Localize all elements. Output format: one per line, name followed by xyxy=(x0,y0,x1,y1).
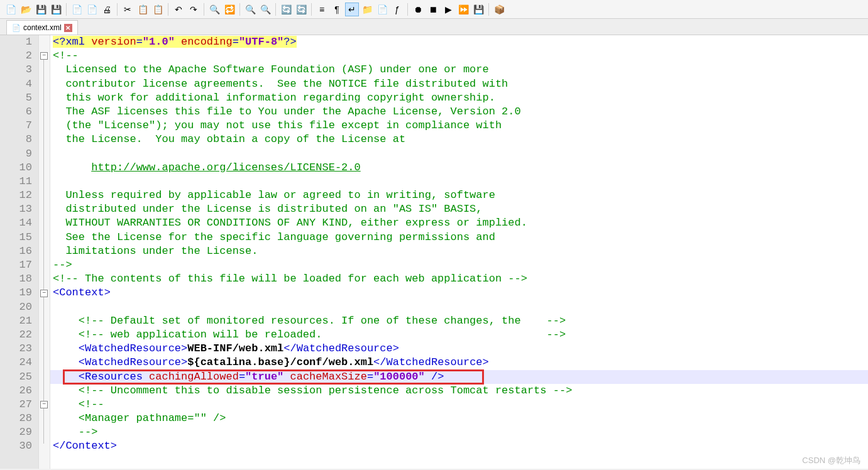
zoom-in-icon[interactable]: 🔍 xyxy=(243,3,257,16)
code-line[interactable]: limitations under the License. xyxy=(53,244,868,258)
fold-gutter: −−− xyxy=(39,35,50,469)
line-number: 27 xyxy=(0,398,32,412)
code-line[interactable]: this work for additional information reg… xyxy=(53,91,868,105)
indent-icon[interactable]: ≡ xyxy=(315,3,329,16)
copy-icon[interactable]: 📋 xyxy=(136,3,150,16)
line-number: 6 xyxy=(0,105,32,119)
line-number: 4 xyxy=(0,77,32,91)
play-icon[interactable]: ▶ xyxy=(441,3,455,16)
code-line[interactable]: Unless required by applicable law or agr… xyxy=(53,189,868,202)
code-line[interactable]: (the "License"); you may not use this fi… xyxy=(53,119,868,133)
line-number: 8 xyxy=(0,133,32,146)
code-line[interactable]: <!-- web application will be reloaded. -… xyxy=(53,328,868,342)
fold-toggle-icon[interactable]: − xyxy=(40,290,48,297)
code-line[interactable]: <Context> xyxy=(53,286,868,300)
sync-icon[interactable]: 🔄 xyxy=(279,3,293,16)
code-line[interactable]: Licensed to the Apache Software Foundati… xyxy=(53,63,868,77)
fx-icon[interactable]: ƒ xyxy=(390,3,404,16)
code-area[interactable]: <?xml version="1.0" encoding="UTF-8"?><!… xyxy=(50,35,868,469)
code-line[interactable]: WITHOUT WARRANTIES OR CONDITIONS OF ANY … xyxy=(53,216,868,230)
code-line[interactable]: distributed under the License is distrib… xyxy=(53,202,868,216)
toolbar-separator xyxy=(311,3,312,16)
fast-forward-icon[interactable]: ⏩ xyxy=(456,3,470,16)
show-ws-icon[interactable]: ¶ xyxy=(330,3,344,16)
line-number: 5 xyxy=(0,91,32,105)
code-line[interactable] xyxy=(53,147,868,161)
code-line[interactable]: <!-- Uncomment this to disable session p… xyxy=(53,384,868,398)
line-number: 23 xyxy=(0,342,32,356)
undo-icon[interactable]: ↶ xyxy=(172,3,185,16)
redo-icon[interactable]: ↷ xyxy=(187,3,201,16)
toolbar-separator xyxy=(407,3,408,16)
code-line[interactable]: <?xml version="1.0" encoding="UTF-8"?> xyxy=(53,35,868,49)
tab-context-xml[interactable]: 📄 context.xml ✕ xyxy=(6,20,78,35)
line-number: 10 xyxy=(0,161,32,175)
close-icon[interactable]: 📄 xyxy=(70,3,84,16)
toolbar-separator xyxy=(204,3,204,16)
line-number: 19 xyxy=(0,286,32,300)
save-all-icon[interactable]: 💾 xyxy=(49,3,63,16)
tab-label: context.xml xyxy=(23,23,62,32)
wrap-icon[interactable]: ↵ xyxy=(345,3,359,16)
fold-toggle-icon[interactable]: − xyxy=(40,52,48,60)
folder-icon[interactable]: 📁 xyxy=(360,3,374,16)
zoom-out-icon[interactable]: 🔍 xyxy=(258,3,272,16)
code-line[interactable]: <!-- Default set of monitored resources.… xyxy=(53,314,868,328)
line-number: 28 xyxy=(0,412,32,425)
line-number: 30 xyxy=(0,439,32,453)
code-line[interactable] xyxy=(53,300,868,314)
toolbar-separator xyxy=(275,3,276,16)
find-icon[interactable]: 🔍 xyxy=(207,3,221,16)
paste-icon[interactable]: 📋 xyxy=(151,3,165,16)
line-number: 15 xyxy=(0,231,32,244)
open-icon[interactable]: 📂 xyxy=(19,3,33,16)
replace-icon[interactable]: 🔁 xyxy=(222,3,236,16)
code-line[interactable]: --> xyxy=(53,258,868,272)
fold-toggle-icon[interactable]: − xyxy=(40,401,48,408)
code-line[interactable]: contributor license agreements. See the … xyxy=(53,77,868,91)
editor[interactable]: 1234567891011121314151617181920212223242… xyxy=(0,35,868,469)
toolbar-separator xyxy=(66,3,67,16)
tabbar: 📄 context.xml ✕ xyxy=(0,19,868,35)
doc-icon[interactable]: 📄 xyxy=(375,3,389,16)
new-file-icon[interactable]: 📄 xyxy=(4,3,18,16)
line-number: 9 xyxy=(0,147,32,161)
close-all-icon[interactable]: 📄 xyxy=(85,3,99,16)
code-line[interactable]: --> xyxy=(53,425,868,439)
close-tab-icon[interactable]: ✕ xyxy=(64,24,72,32)
code-line[interactable]: See the License for the specific languag… xyxy=(53,231,868,244)
code-line[interactable]: http://www.apache.org/licenses/LICENSE-2… xyxy=(53,161,868,175)
save-macro-icon[interactable]: 💾 xyxy=(471,3,485,16)
cut-icon[interactable]: ✂ xyxy=(121,3,135,16)
save-icon[interactable]: 💾 xyxy=(34,3,48,16)
code-line[interactable]: </Context> xyxy=(53,439,868,453)
code-line[interactable]: <WatchedResource>${catalina.base}/conf/w… xyxy=(53,356,868,369)
print-icon[interactable]: 🖨 xyxy=(100,3,114,16)
code-line[interactable]: <WatchedResource>WEB-INF/web.xml</Watche… xyxy=(53,342,868,356)
code-line[interactable] xyxy=(53,175,868,189)
record-icon[interactable]: ⏺ xyxy=(411,3,425,16)
line-gutter: 1234567891011121314151617181920212223242… xyxy=(0,35,39,469)
code-line[interactable]: The ASF licenses this file to You under … xyxy=(53,105,868,119)
code-line[interactable]: <Manager pathname="" /> xyxy=(53,412,868,425)
line-number: 3 xyxy=(0,63,32,77)
tool-icon[interactable]: 📦 xyxy=(492,3,506,16)
watermark: CSDN @乾坤鸟 xyxy=(802,455,860,466)
line-number: 16 xyxy=(0,244,32,258)
line-number: 26 xyxy=(0,384,32,398)
toolbar-separator xyxy=(239,3,240,16)
sync-all-icon[interactable]: 🔄 xyxy=(294,3,308,16)
line-number: 12 xyxy=(0,189,32,202)
line-number: 17 xyxy=(0,258,32,272)
line-number: 20 xyxy=(0,300,32,314)
toolbar-separator xyxy=(168,3,168,16)
line-number: 22 xyxy=(0,328,32,342)
toolbar-separator xyxy=(117,3,118,16)
line-number: 7 xyxy=(0,119,32,133)
code-line[interactable]: <!-- xyxy=(53,398,868,412)
stop-icon[interactable]: ⏹ xyxy=(426,3,440,16)
code-line[interactable]: <!-- xyxy=(53,49,868,63)
code-line[interactable]: <!-- The contents of this file will be l… xyxy=(53,272,868,286)
line-number: 2 xyxy=(0,49,32,63)
code-line[interactable]: the License. You may obtain a copy of th… xyxy=(53,133,868,146)
